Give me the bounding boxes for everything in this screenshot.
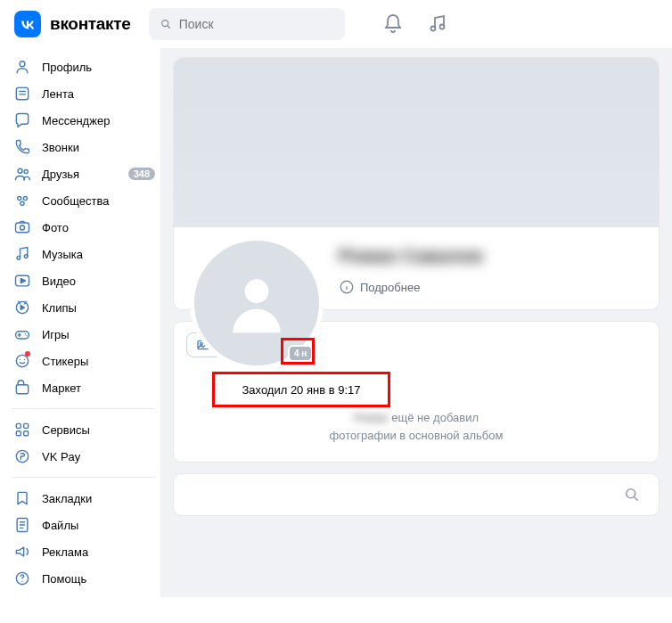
ads-icon <box>12 542 32 562</box>
svg-point-2 <box>439 25 444 29</box>
svg-point-26 <box>245 279 269 303</box>
groups-icon <box>12 191 32 210</box>
sidebar-item-feed[interactable]: Лента <box>9 80 160 107</box>
svg-rect-20 <box>24 423 29 428</box>
search-icon[interactable] <box>619 482 644 507</box>
sidebar-item-label: Музыка <box>42 248 83 261</box>
messenger-icon <box>12 111 32 130</box>
svg-point-13 <box>24 255 28 258</box>
nav-separator <box>12 408 155 409</box>
sidebar-item-calls[interactable]: Звонки <box>9 134 160 160</box>
profile-name: Роман Савалов <box>339 245 659 266</box>
friends-icon <box>12 164 32 184</box>
svg-point-8 <box>23 196 27 200</box>
games-icon <box>12 324 32 344</box>
svg-point-1 <box>430 27 435 31</box>
sidebar-item-label: Маркет <box>42 381 81 395</box>
photo-icon <box>12 217 32 237</box>
sidebar-item-label: Фото <box>42 221 69 234</box>
music-icon <box>12 244 32 264</box>
svg-point-17 <box>16 355 28 366</box>
notification-dot <box>25 351 30 357</box>
sidebar-item-stickers[interactable]: Стикеры <box>9 348 160 374</box>
sidebar-item-games[interactable]: Игры <box>9 321 160 348</box>
header: вконтакте <box>0 0 672 48</box>
svg-point-5 <box>18 168 22 173</box>
clips-icon <box>12 298 32 317</box>
sidebar-item-label: Мессенджер <box>42 114 110 127</box>
sidebar-item-label: Реклама <box>42 545 88 559</box>
wall-search-card <box>173 473 660 516</box>
main-content: 4 н Роман Савалов Подробнее Заходил 20 я… <box>160 48 672 597</box>
sidebar-item-messenger[interactable]: Мессенджер <box>9 107 160 134</box>
vkpay-icon <box>12 447 32 466</box>
brand-text[interactable]: вконтакте <box>50 14 131 34</box>
more-info-link[interactable]: Подробнее <box>339 279 659 295</box>
nav-badge: 348 <box>128 168 155 180</box>
sidebar-item-label: Клипы <box>42 301 77 315</box>
svg-point-0 <box>161 20 168 27</box>
more-info-label: Подробнее <box>360 281 420 294</box>
sidebar-item-label: Игры <box>42 328 70 341</box>
help-icon <box>12 569 32 588</box>
sidebar-item-ads[interactable]: Реклама <box>9 538 160 565</box>
sidebar-item-label: Профиль <box>42 61 92 74</box>
sidebar-item-profile[interactable]: Профиль <box>9 53 160 80</box>
sidebar-item-label: Сообщества <box>42 194 110 208</box>
sidebar-item-photo[interactable]: Фото <box>9 214 160 241</box>
svg-rect-21 <box>16 431 20 436</box>
music-icon[interactable] <box>425 12 450 37</box>
sidebar-item-vkpay[interactable]: VK Pay <box>9 443 160 470</box>
sidebar-item-market[interactable]: Маркет <box>9 374 160 401</box>
svg-rect-22 <box>24 431 29 436</box>
sidebar-item-music[interactable]: Музыка <box>9 241 160 267</box>
svg-point-12 <box>17 256 20 259</box>
nav-separator <box>12 477 155 478</box>
cover-image[interactable] <box>174 58 659 227</box>
svg-point-7 <box>18 196 21 200</box>
sidebar-item-label: Лента <box>42 87 74 101</box>
bookmarks-icon <box>12 488 32 508</box>
search-box[interactable] <box>149 8 345 40</box>
sidebar-item-label: Закладки <box>42 492 92 505</box>
svg-point-30 <box>627 489 635 498</box>
sidebar-item-bookmarks[interactable]: Закладки <box>9 485 160 512</box>
market-icon <box>12 378 32 398</box>
svg-rect-18 <box>16 385 28 394</box>
files-icon <box>12 515 32 535</box>
sidebar-item-label: VK Pay <box>42 450 80 463</box>
sidebar-item-services[interactable]: Сервисы <box>9 416 160 443</box>
svg-point-11 <box>20 225 25 230</box>
svg-rect-10 <box>16 223 29 233</box>
last-seen-badge[interactable]: 4 н <box>288 345 313 362</box>
vk-logo[interactable] <box>14 11 41 37</box>
sidebar-item-files[interactable]: Файлы <box>9 512 160 538</box>
video-icon <box>12 271 32 291</box>
sidebar-item-label: Видео <box>42 275 76 288</box>
sidebar-item-groups[interactable]: Сообщества <box>9 187 160 214</box>
sidebar-item-clips[interactable]: Клипы <box>9 294 160 321</box>
sidebar-item-label: Помощь <box>42 572 86 586</box>
svg-rect-19 <box>16 423 20 428</box>
sidebar-item-label: Сервисы <box>42 423 90 437</box>
sidebar-item-label: Звонки <box>42 141 79 154</box>
sidebar-item-label: Стикеры <box>42 355 88 368</box>
profile-icon <box>12 57 32 77</box>
sidebar-item-help[interactable]: Помощь <box>9 565 160 592</box>
notifications-icon[interactable] <box>381 12 406 37</box>
svg-point-6 <box>24 169 28 173</box>
calls-icon <box>12 137 32 157</box>
sidebar: ПрофильЛентаМессенджерЗвонкиДрузья348Соо… <box>0 48 160 597</box>
search-input[interactable] <box>179 17 334 31</box>
svg-point-9 <box>20 201 24 205</box>
profile-card: 4 н Роман Савалов Подробнее Заходил 20 я… <box>173 57 660 310</box>
sidebar-item-friends[interactable]: Друзья348 <box>9 160 160 187</box>
sidebar-item-label: Файлы <box>42 519 78 532</box>
sidebar-item-label: Друзья <box>42 168 79 181</box>
sidebar-item-video[interactable]: Видео <box>9 267 160 294</box>
services-icon <box>12 420 32 439</box>
last-seen-tooltip: Заходил 20 янв в 9:17 <box>212 372 390 407</box>
header-icons <box>381 12 450 37</box>
svg-rect-4 <box>16 87 28 99</box>
feed-icon <box>12 84 32 103</box>
